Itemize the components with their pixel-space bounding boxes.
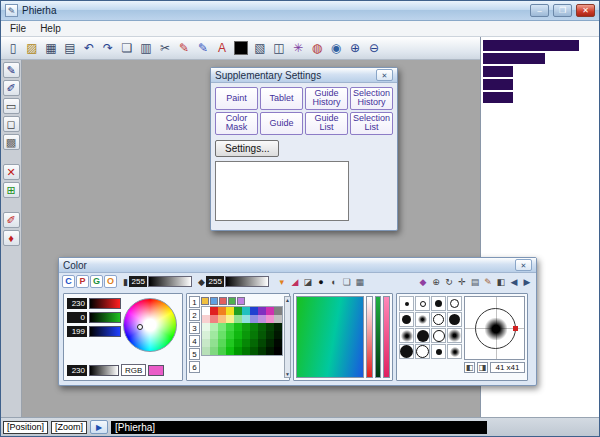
gradient-strip[interactable] — [383, 296, 390, 378]
rgb-mode-button[interactable]: RGB — [121, 364, 146, 376]
palette-row-button-6[interactable]: 6 — [189, 361, 200, 373]
color-dialog-titlebar[interactable]: Color ✕ — [59, 258, 536, 273]
palette-swatch[interactable] — [210, 331, 218, 339]
close-button[interactable]: ✕ — [576, 4, 595, 17]
zoom-out-icon[interactable]: ⊖ — [365, 40, 383, 57]
move-icon[interactable]: ✛ — [456, 275, 468, 288]
fill-tool-icon[interactable]: ▩ — [3, 134, 20, 150]
brush-shape[interactable] — [415, 312, 430, 327]
hue-triangle-icon[interactable]: ▾ — [276, 275, 288, 288]
maximize-button[interactable]: ❐ — [553, 4, 572, 17]
palette-swatch[interactable] — [226, 315, 234, 323]
brush-shape[interactable] — [415, 344, 430, 359]
mode-button-g[interactable]: G — [90, 275, 103, 288]
channel-slider[interactable] — [89, 298, 121, 309]
select-rect-tool-icon[interactable]: ▭ — [3, 98, 20, 114]
palette-swatch[interactable] — [274, 315, 282, 323]
palette-swatch[interactable] — [210, 323, 218, 331]
palette-swatch[interactable] — [274, 307, 282, 315]
export-icon[interactable]: ▤ — [61, 40, 79, 57]
palette-swatch[interactable] — [258, 307, 266, 315]
position-indicator[interactable]: [Position] — [3, 421, 48, 434]
palette-swatch[interactable] — [218, 307, 226, 315]
supp-button-tablet[interactable]: Tablet — [260, 87, 303, 110]
gradient-strip[interactable] — [366, 296, 373, 378]
title-bar[interactable]: ✎ Phierha – ❐ ✕ — [1, 1, 599, 21]
supp-button-selection-list[interactable]: Selection List — [350, 112, 393, 135]
gradient-strip[interactable] — [375, 296, 382, 378]
layer-swatch[interactable] — [483, 40, 579, 51]
contrast-icon[interactable]: ◧ — [495, 275, 507, 288]
brush-shape[interactable] — [399, 344, 414, 359]
supp-button-color-mask[interactable]: Color Mask — [215, 112, 258, 135]
zoom-in-icon[interactable]: ⊕ — [346, 40, 364, 57]
palette-swatch[interactable] — [234, 323, 242, 331]
copy-icon[interactable]: ❏ — [118, 40, 136, 57]
palette-scrollbar[interactable]: ▲ ▼ — [284, 296, 291, 378]
pen-red-icon[interactable]: ✎ — [175, 40, 193, 57]
diagonal-icon[interactable]: ◢ — [289, 275, 301, 288]
zoom-indicator[interactable]: [Zoom] — [51, 421, 87, 434]
minimize-button[interactable]: – — [530, 4, 549, 17]
color-wheel-cursor[interactable] — [137, 324, 143, 330]
palette-tab[interactable] — [219, 297, 227, 305]
color-wheel[interactable] — [123, 298, 177, 352]
new-document-icon[interactable]: ▯ — [4, 40, 22, 57]
palette-swatch[interactable] — [258, 323, 266, 331]
current-color-swatch[interactable] — [234, 41, 248, 55]
brush-size-handle[interactable] — [513, 326, 518, 331]
rotate-icon[interactable]: ↻ — [443, 275, 455, 288]
undo-icon[interactable]: ↶ — [80, 40, 98, 57]
palette-swatch[interactable] — [266, 331, 274, 339]
palette-swatch[interactable] — [242, 315, 250, 323]
palette-swatch[interactable] — [250, 307, 258, 315]
layer-swatch[interactable] — [483, 66, 513, 77]
red-brush-tool-icon[interactable]: ✐ — [3, 212, 20, 228]
arrow-right-icon[interactable]: ▶ — [521, 275, 533, 288]
supp-button-paint[interactable]: Paint — [215, 87, 258, 110]
palette-swatch[interactable] — [242, 307, 250, 315]
redo-icon[interactable]: ↷ — [99, 40, 117, 57]
palette-swatch[interactable] — [274, 331, 282, 339]
palette-swatch[interactable] — [210, 339, 218, 347]
channel-slider[interactable] — [89, 312, 121, 323]
gradient-field[interactable] — [296, 296, 364, 378]
layer-swatch[interactable] — [483, 53, 545, 64]
palette-swatch[interactable] — [266, 307, 274, 315]
palette-row-button-4[interactable]: 4 — [189, 335, 200, 347]
palette-swatch[interactable] — [226, 347, 234, 355]
palette-swatch[interactable] — [202, 339, 210, 347]
eye-icon[interactable]: ◉ — [327, 40, 345, 57]
halftone-icon[interactable]: ◐ — [328, 275, 340, 288]
palette-swatch[interactable] — [250, 323, 258, 331]
palette-tab[interactable] — [210, 297, 218, 305]
pen-tool-icon[interactable]: ✎ — [3, 62, 20, 78]
palette-swatch[interactable] — [258, 315, 266, 323]
opacity-slider[interactable] — [148, 276, 192, 287]
brush-shape[interactable] — [399, 328, 414, 343]
palette-swatch[interactable] — [258, 339, 266, 347]
brush-shape[interactable] — [447, 328, 462, 343]
brush-tool-icon[interactable]: ✐ — [3, 80, 20, 96]
palette-row-button-1[interactable]: 1 — [189, 296, 200, 308]
soft-edge-icon[interactable]: ◧ — [464, 362, 475, 373]
brush-shape[interactable] — [431, 344, 446, 359]
palette-swatch[interactable] — [234, 315, 242, 323]
globe-icon[interactable]: ◍ — [308, 40, 326, 57]
palette-swatch[interactable] — [242, 339, 250, 347]
diamond-icon[interactable]: ◆ — [417, 275, 429, 288]
layer-swatch[interactable] — [483, 79, 513, 90]
palette-swatch[interactable] — [210, 347, 218, 355]
color-dialog-close-icon[interactable]: ✕ — [515, 259, 532, 271]
brush-shape[interactable] — [415, 296, 430, 311]
palette-swatch[interactable] — [234, 307, 242, 315]
mode-button-o[interactable]: O — [104, 275, 117, 288]
palette-swatch[interactable] — [202, 307, 210, 315]
paste-icon[interactable]: ▥ — [137, 40, 155, 57]
scroll-up-icon[interactable]: ▲ — [285, 297, 290, 303]
palette-tab[interactable] — [228, 297, 236, 305]
clipboard-icon[interactable]: ▤ — [469, 275, 481, 288]
value-slider[interactable] — [89, 365, 119, 376]
supplementary-dialog-titlebar[interactable]: Supplementary Settings ✕ — [211, 68, 397, 83]
grid-tool-icon[interactable]: ⊞ — [3, 182, 20, 198]
